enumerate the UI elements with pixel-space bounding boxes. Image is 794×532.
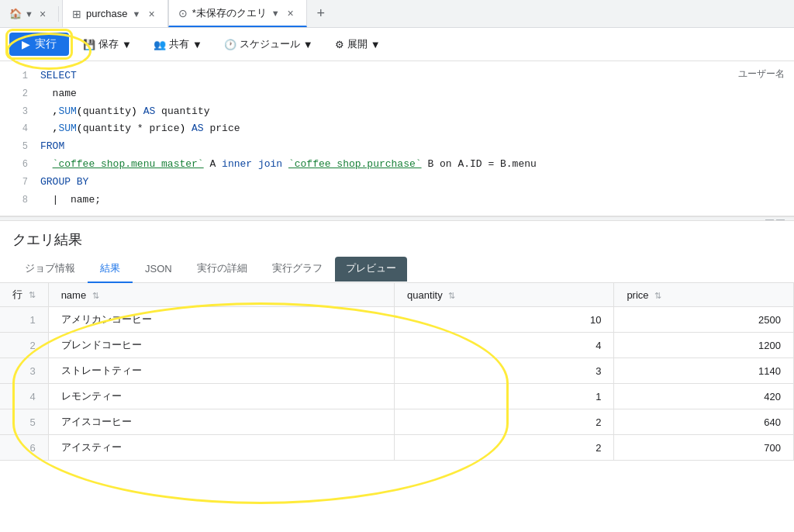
deploy-button[interactable]: ⚙ 展開 ▼ <box>327 33 388 56</box>
query-icon: ⊙ <box>178 7 188 19</box>
code-line-4: 4 ,SUM(quantity * price) AS price <box>0 120 794 138</box>
cell-rownum: 1 <box>0 307 48 333</box>
schedule-icon: 🕐 <box>224 39 236 50</box>
cell-price: 640 <box>614 409 794 435</box>
cell-rownum: 4 <box>0 384 48 409</box>
cell-rownum: 3 <box>0 358 48 384</box>
tab-execution-graph[interactable]: 実行グラフ <box>260 255 335 283</box>
tab-purchase[interactable]: ⊞ purchase ▼ × <box>62 0 168 27</box>
tab-job-info[interactable]: ジョブ情報 <box>12 255 88 283</box>
table-icon: ⊞ <box>72 8 81 20</box>
col-header-price: price ⇅ <box>614 283 794 307</box>
cell-price: 420 <box>614 384 794 409</box>
cell-quantity: 2 <box>395 435 614 461</box>
deploy-dropdown-icon[interactable]: ▼ <box>371 39 381 50</box>
result-tabs: ジョブ情報 結果 JSON 実行の詳細 実行グラフ プレビュー <box>0 255 794 283</box>
cell-price: 700 <box>614 435 794 461</box>
sort-icon-price[interactable]: ⇅ <box>654 291 661 300</box>
schedule-dropdown-icon[interactable]: ▼ <box>303 39 313 50</box>
save-dropdown-icon[interactable]: ▼ <box>122 39 132 50</box>
cell-name: アメリカンコーヒー <box>48 307 394 333</box>
tab-purchase-dropdown[interactable]: ▼ <box>133 9 141 19</box>
run-icon: ▶ <box>22 38 30 50</box>
cell-price: 2500 <box>614 307 794 333</box>
cell-rownum: 6 <box>0 435 48 461</box>
col-header-row: 行 ⇅ <box>0 283 48 307</box>
code-line-6: 6 `coffee_shop.menu_master` A inner join… <box>0 156 794 174</box>
cell-name: アイスティー <box>48 435 394 461</box>
save-icon: 💾 <box>83 39 95 50</box>
table-row: 5 アイスコーヒー 2 640 <box>0 409 794 435</box>
table-row: 1 アメリカンコーヒー 10 2500 <box>0 307 794 333</box>
home-icon: 🏠 <box>9 8 22 19</box>
cell-price: 1140 <box>614 358 794 384</box>
tab-separator-1 <box>58 6 59 22</box>
code-line-3: 3 ,SUM(quantity) AS quantity <box>0 103 794 121</box>
table-header-row: 行 ⇅ name ⇅ quantity ⇅ price ⇅ <box>0 283 794 307</box>
table-row: 6 アイスティー 2 700 <box>0 435 794 461</box>
table-row: 3 ストレートティー 3 1140 <box>0 358 794 384</box>
cell-quantity: 3 <box>395 358 614 384</box>
tab-unsaved-label: *未保存のクエリ <box>192 6 267 20</box>
cell-rownum: 5 <box>0 409 48 435</box>
result-table-wrap: 行 ⇅ name ⇅ quantity ⇅ price ⇅ <box>0 283 794 461</box>
cell-quantity: 2 <box>395 409 614 435</box>
table-row: 2 ブレンドコーヒー 4 1200 <box>0 333 794 358</box>
tab-unsaved-query[interactable]: ⊙ *未保存のクエリ ▼ × <box>168 0 307 27</box>
editor-area[interactable]: 1 SELECT 2 name 3 ,SUM(quantity) AS quan… <box>0 61 794 216</box>
cell-quantity: 1 <box>395 384 614 409</box>
share-button[interactable]: 👥 共有 ▼ <box>146 33 210 56</box>
share-icon: 👥 <box>154 39 166 50</box>
deploy-icon: ⚙ <box>335 39 344 50</box>
col-header-quantity: quantity ⇅ <box>395 283 614 307</box>
tab-results[interactable]: 結果 <box>88 255 133 283</box>
schedule-button[interactable]: 🕐 スケジュール ▼ <box>216 33 321 56</box>
share-label: 共有 <box>169 37 189 51</box>
schedule-label: スケジュール <box>240 37 300 51</box>
tab-purchase-close[interactable]: × <box>145 6 157 22</box>
result-table: 行 ⇅ name ⇅ quantity ⇅ price ⇅ <box>0 283 794 461</box>
cell-name: レモンティー <box>48 384 394 409</box>
run-button[interactable]: ▶ 実行 <box>9 33 69 56</box>
table-row: 4 レモンティー 1 420 <box>0 384 794 409</box>
code-line-2: 2 name <box>0 85 794 103</box>
home-close-icon[interactable]: × <box>36 6 49 22</box>
tab-bar: 🏠 ▼ × ⊞ purchase ▼ × ⊙ *未保存のクエリ ▼ × + <box>0 0 794 28</box>
sort-icon-name[interactable]: ⇅ <box>92 291 99 300</box>
cell-quantity: 4 <box>395 333 614 358</box>
sort-icon-quantity[interactable]: ⇅ <box>448 291 455 300</box>
deploy-label: 展開 <box>347 37 368 51</box>
code-line-5: 5 FROM <box>0 138 794 156</box>
save-label: 保存 <box>98 37 119 51</box>
tab-unsaved-close[interactable]: × <box>285 5 297 21</box>
save-button[interactable]: 💾 保存 ▼ <box>75 33 140 56</box>
home-dropdown-icon[interactable]: ▼ <box>25 9 33 19</box>
cell-quantity: 10 <box>395 307 614 333</box>
cell-rownum: 2 <box>0 333 48 358</box>
tab-json[interactable]: JSON <box>133 257 185 282</box>
toolbar: ▶ 実行 💾 保存 ▼ 👥 共有 ▼ 🕐 スケジュール ▼ ⚙ 展開 ▼ <box>0 28 794 61</box>
tab-preview[interactable]: プレビュー <box>335 257 407 282</box>
results-section: クエリ結果 ジョブ情報 結果 JSON 実行の詳細 実行グラフ プレビュー 行 <box>0 221 794 461</box>
code-line-7: 7 GROUP BY <box>0 174 794 192</box>
user-label: ユーザー名 <box>738 67 785 81</box>
cell-price: 1200 <box>614 333 794 358</box>
cell-name: ブレンドコーヒー <box>48 333 394 358</box>
cell-name: ストレートティー <box>48 358 394 384</box>
run-label: 実行 <box>35 37 57 51</box>
tab-unsaved-dropdown[interactable]: ▼ <box>271 9 280 18</box>
share-dropdown-icon[interactable]: ▼ <box>192 39 202 50</box>
tab-execution-details[interactable]: 実行の詳細 <box>185 255 260 283</box>
code-line-8: 8 | name; <box>0 192 794 209</box>
col-header-name: name ⇅ <box>48 283 394 307</box>
sort-icon-row[interactable]: ⇅ <box>29 290 36 299</box>
cell-name: アイスコーヒー <box>48 409 394 435</box>
new-tab-button[interactable]: + <box>310 3 332 25</box>
results-title: クエリ結果 <box>0 221 794 255</box>
home-tab[interactable]: 🏠 ▼ × <box>3 0 55 27</box>
code-line-1: 1 SELECT <box>0 67 794 85</box>
tab-purchase-label: purchase <box>86 8 127 19</box>
